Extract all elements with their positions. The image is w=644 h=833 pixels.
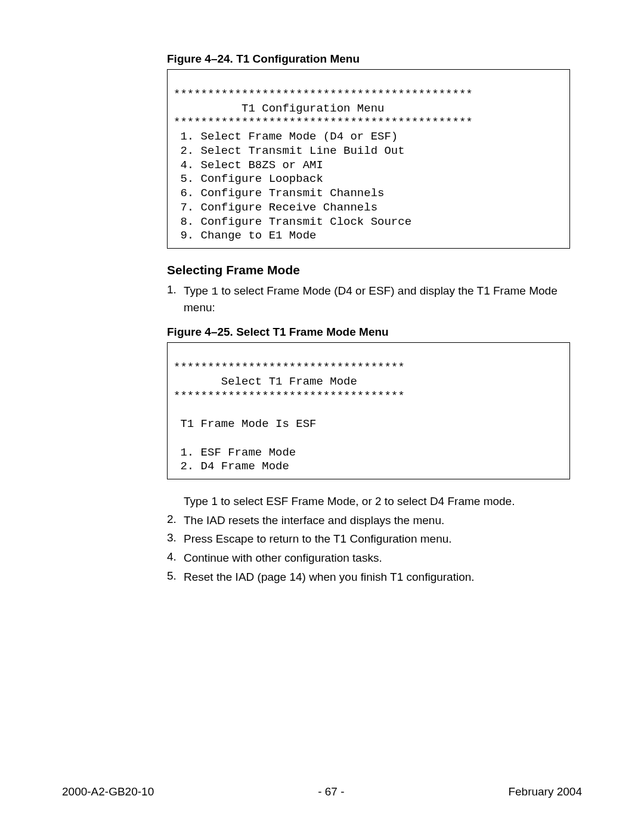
text-fragment: to select Frame Mode (D4 or ESF) and dis… bbox=[184, 284, 558, 314]
mono-text: 1 bbox=[211, 285, 218, 298]
terminal-line: T1 Frame Mode Is ESF bbox=[174, 417, 316, 431]
step-number: 3. bbox=[167, 531, 184, 547]
step-text: Type 1 to select Frame Mode (D4 or ESF) … bbox=[184, 283, 570, 315]
terminal-line: 1. ESF Frame Mode bbox=[174, 446, 296, 459]
terminal-line: 2. Select Transmit Line Build Out bbox=[174, 144, 405, 157]
terminal-line: Select T1 Frame Mode bbox=[174, 375, 357, 388]
terminal-line: T1 Configuration Menu bbox=[174, 102, 384, 115]
terminal-line: 4. Select B8ZS or AMI bbox=[174, 159, 323, 172]
page-footer: 2000-A2-GB20-10 - 67 - February 2004 bbox=[62, 785, 582, 798]
terminal-line: ********************************** bbox=[174, 389, 405, 402]
figure-caption-1: Figure 4–24. T1 Configuration Menu bbox=[167, 52, 570, 66]
terminal-line: ********************************** bbox=[174, 361, 405, 374]
terminal-line: 1. Select Frame Mode (D4 or ESF) bbox=[174, 130, 398, 143]
step-number: 2. bbox=[167, 513, 184, 528]
step-number: 4. bbox=[167, 550, 184, 566]
step-text: The IAD resets the interface and display… bbox=[184, 513, 570, 528]
terminal-box-1: ****************************************… bbox=[167, 69, 570, 249]
terminal-line: 2. D4 Frame Mode bbox=[174, 460, 289, 473]
step-line-1: 1. Type 1 to select Frame Mode (D4 or ES… bbox=[167, 283, 570, 315]
step-text: Reset the IAD (page 14) when you finish … bbox=[184, 569, 570, 585]
terminal-line: 8. Configure Transmit Clock Source bbox=[174, 215, 411, 228]
text-fragment: Type bbox=[184, 284, 211, 297]
step-text: Press Escape to return to the T1 Configu… bbox=[184, 531, 570, 547]
section-heading: Selecting Frame Mode bbox=[167, 263, 570, 277]
terminal-line: ****************************************… bbox=[174, 116, 473, 129]
step-line-2: 2. The IAD resets the interface and disp… bbox=[167, 513, 570, 528]
terminal-line: 6. Configure Transmit Channels bbox=[174, 187, 384, 200]
footer-right: February 2004 bbox=[508, 785, 582, 798]
figure-caption-2: Figure 4–25. Select T1 Frame Mode Menu bbox=[167, 326, 570, 339]
body-text: Type 1 to select ESF Frame Mode, or 2 to… bbox=[184, 494, 570, 509]
step-line-5: 5. Reset the IAD (page 14) when you fini… bbox=[167, 569, 570, 585]
footer-center: - 67 - bbox=[318, 785, 344, 798]
step-line-4: 4. Continue with other configuration tas… bbox=[167, 550, 570, 566]
step-text: Continue with other configuration tasks. bbox=[184, 550, 570, 566]
terminal-line: 9. Change to E1 Mode bbox=[174, 229, 316, 242]
terminal-line: 5. Configure Loopback bbox=[174, 172, 323, 185]
footer-left: 2000-A2-GB20-10 bbox=[62, 785, 154, 798]
step-line-3: 3. Press Escape to return to the T1 Conf… bbox=[167, 531, 570, 547]
step-number: 5. bbox=[167, 569, 184, 585]
terminal-line: ****************************************… bbox=[174, 88, 473, 101]
terminal-box-2: ********************************** Selec… bbox=[167, 342, 570, 479]
step-number: 1. bbox=[167, 283, 184, 315]
terminal-line: 7. Configure Receive Channels bbox=[174, 201, 377, 214]
